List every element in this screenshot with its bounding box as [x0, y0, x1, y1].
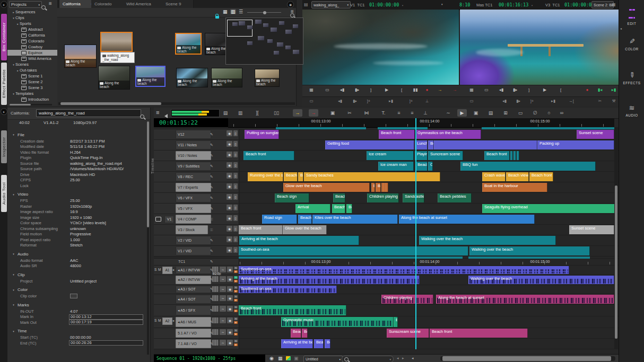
transport2-step-forward-frame-button[interactable]: ▮▸ — [514, 99, 523, 103]
mute-track-button[interactable]: M — [234, 333, 238, 335]
source-track-label[interactable]: V1 TC1 — [350, 3, 365, 7]
timeline-clip[interactable]: Putting on sunglas — [245, 130, 279, 139]
transport2-mark-clip-2-button[interactable]: ]+ — [406, 99, 416, 103]
bin-clip-8[interactable]: Along the beach — [255, 69, 280, 87]
transport-record-button[interactable]: ● — [422, 87, 432, 92]
record-track-icon[interactable]: ◉ — [227, 317, 233, 323]
transport-step-back-button[interactable]: ◂▮ — [497, 87, 506, 92]
pencil-icon[interactable]: ✎ — [210, 193, 213, 203]
track-select-button[interactable]: V2 / VID — [176, 236, 211, 245]
timeline-clip[interactable]: Beach front — [484, 151, 510, 160]
transport-grid-button[interactable]: ▦ — [467, 87, 476, 92]
waveform-button[interactable] — [212, 329, 219, 335]
timeline-clip[interactable]: Be — [376, 183, 381, 192]
transport-mark-in-button[interactable]: [ — [397, 87, 406, 92]
overwrite-icon[interactable]: → — [309, 109, 318, 117]
panel-expand-button-2[interactable]: ▸ — [1, 108, 7, 115]
transport2-clip-button[interactable]: ▭ — [307, 99, 316, 103]
transport2-overwrite-to-button[interactable]: →[ — [567, 99, 576, 103]
timeline-view-select[interactable]: Untitled▾ — [303, 356, 343, 362]
timeline-clip[interactable]: Be — [302, 329, 308, 338]
tree-item-scenes[interactable]: ▾Scenes — [7, 61, 62, 67]
bin-text-view-icon[interactable]: ▦ — [223, 9, 228, 14]
project-menu-icon[interactable]: ≡ — [49, 1, 52, 6]
transport-step-back-button[interactable]: ◂▮ — [337, 87, 347, 92]
eq-button[interactable]: ∼ — [220, 276, 226, 282]
record-track-icon[interactable]: ◉ — [227, 183, 232, 189]
sidebar-item-color[interactable]: ✎COLOR — [619, 36, 644, 51]
transport-go-to-in-button[interactable]: ▮◂ — [595, 87, 605, 92]
timeline-clip[interactable]: Beach front — [243, 151, 294, 160]
effect-mode-icon[interactable]: ⊞ — [502, 109, 509, 117]
solo-button[interactable]: S — [154, 319, 156, 322]
record-track-icon[interactable]: ◉ — [227, 162, 232, 168]
source-patch-label[interactable]: A2 — [162, 317, 172, 325]
track-select-button[interactable]: ◂ A5 / SFX — [176, 305, 211, 315]
timeline-clip[interactable]: Walking over the beach — [469, 246, 590, 255]
monitor-track-icon[interactable]: ▯ — [233, 173, 238, 179]
bin-container-tab[interactable]: Bin Container — [1, 14, 7, 60]
timeline-clip[interactable] — [434, 140, 537, 149]
record-track-icon[interactable]: ◉ — [227, 329, 233, 335]
solo-track-button[interactable]: S — [234, 276, 238, 279]
eq-button[interactable]: ∼ — [220, 286, 226, 292]
monitor-track-icon[interactable]: ▯ — [233, 141, 238, 147]
waveform-button[interactable] — [212, 306, 219, 312]
track-select-button[interactable]: V3 / Stock — [176, 225, 208, 234]
record-track-icon[interactable]: ◉ — [227, 286, 233, 292]
transport-mark-out-button[interactable]: ] — [524, 87, 534, 92]
solo-track-button[interactable]: S — [234, 317, 238, 320]
transport-splice-in-button[interactable]: → — [435, 87, 445, 92]
transport2-trim-button[interactable]: ⚒ — [609, 99, 619, 103]
waveform-button[interactable] — [212, 295, 219, 301]
mark-clip-icon[interactable]: ⊥ — [422, 109, 429, 117]
transport-record-button[interactable]: ● — [582, 87, 592, 92]
timeline-clip[interactable]: Beach — [333, 193, 345, 202]
section-video[interactable]: ▾Video — [7, 191, 146, 198]
bin-clip-2[interactable]: Along the beach — [175, 33, 202, 55]
transport2-step-back-frame-button[interactable]: ◂▮ — [335, 99, 345, 103]
timeline-clip[interactable]: Beach sign — [275, 193, 309, 202]
timeline-clip[interactable]: Sandy beaches — [304, 172, 440, 181]
monitor-track-icon[interactable]: ▯ — [233, 152, 238, 157]
record-track-icon[interactable]: ◉ — [227, 194, 232, 200]
timeline-clip[interactable]: B — [371, 183, 375, 192]
projects-selector[interactable]: Projects▾ — [9, 1, 42, 8]
segment-lift-icon[interactable]: ▤ — [222, 109, 229, 117]
monitor-icon[interactable] — [155, 217, 161, 222]
solo-button[interactable]: S — [154, 268, 156, 271]
transport-play-button[interactable]: ▶ — [540, 87, 550, 92]
timeline-clip[interactable]: Be — [325, 339, 330, 348]
transport-clip-button[interactable]: ▭ — [482, 87, 491, 92]
trim-tool-icon[interactable]: ⋈ — [363, 109, 370, 117]
eq-button[interactable]: ∼ — [220, 306, 226, 312]
text-tool-icon[interactable]: T. — [380, 109, 387, 117]
timeline-menu-icon[interactable]: ≡ — [156, 109, 159, 116]
bin-panel-menu-button[interactable]: ◉ — [287, 1, 294, 8]
source-monitor[interactable] — [302, 10, 459, 85]
transport2-clip-button[interactable]: ▭ — [467, 99, 476, 103]
timeline-clip[interactable]: Arriving at the beach — [239, 236, 359, 245]
lock-icon[interactable]: ⚿ — [210, 225, 213, 235]
tracking-icon[interactable]: ○ — [545, 109, 553, 117]
timeline-clip[interactable]: Beach front — [239, 225, 283, 234]
timeline-clip[interactable]: Boat in the harbour — [482, 183, 547, 192]
timeline-clip[interactable]: Along the beach at sunset — [436, 295, 614, 304]
dual-roller-icon[interactable]: ▯▯ — [273, 109, 280, 117]
search-options-arrow[interactable]: ▾ — [389, 358, 391, 361]
waveform-button[interactable] — [212, 340, 219, 346]
section-marks[interactable]: ▾Marks — [7, 301, 146, 308]
section-audio[interactable]: ▾Audio — [7, 250, 146, 258]
mute-track-button[interactable]: M — [234, 310, 238, 312]
timeline-clip[interactable]: Getting food — [325, 140, 414, 149]
transport-pause-button[interactable]: ▮▮ — [411, 87, 420, 92]
timeline-ruler[interactable]: 00:01:13:0000:01:14:0000:01:15:00 — [228, 118, 614, 128]
bin-menu-icon[interactable]: ≡ — [291, 8, 294, 14]
record-track-icon[interactable]: ◉ — [227, 267, 233, 272]
timeline-clip[interactable]: Be — [428, 140, 434, 149]
pencil-icon[interactable]: ✎ — [210, 140, 213, 150]
sidebar-collapse-icon[interactable]: ◂ — [620, 27, 622, 30]
track-select-button[interactable]: V11 / Notes — [176, 140, 211, 149]
bin-clip-0[interactable]: Along the beach — [64, 45, 97, 68]
timeline-clip[interactable]: Beach — [298, 215, 312, 224]
